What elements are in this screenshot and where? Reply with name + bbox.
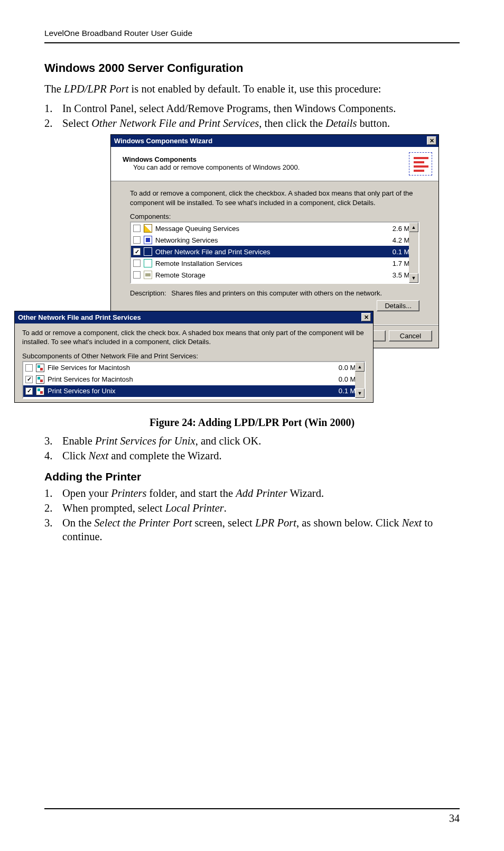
t: , as shown below. Click: [296, 517, 402, 529]
step-text: When prompted, select Local Printer.: [62, 501, 460, 515]
t-it: Next: [402, 517, 422, 529]
intro-post: is not enabled by default. To enable it,…: [128, 83, 381, 95]
file-services-mac-icon: [36, 364, 44, 372]
step-num: 4.: [44, 449, 62, 462]
step-text: In Control Panel, select Add/Remove Prog…: [62, 101, 460, 115]
t: , then click the: [259, 117, 325, 129]
t: and complete the Wizard.: [108, 450, 222, 461]
subcomponent-row[interactable]: Print Services for Macintosh 0.0 MB: [23, 374, 365, 385]
intro-italic: LPD/LPR Port: [64, 83, 128, 95]
t: When prompted, select: [62, 502, 165, 514]
component-row[interactable]: Remote Storage 3.5 MB: [131, 269, 418, 281]
step-text: Enable Print Services for Unix, and clic…: [62, 434, 460, 448]
scroll-up-icon[interactable]: ▲: [409, 223, 418, 232]
subdialog-titlebar: Other Network File and Print Services ✕: [15, 311, 373, 323]
cancel-button[interactable]: Cancel: [389, 330, 432, 341]
intro-pre: The: [44, 83, 64, 95]
page-number: 34: [44, 812, 460, 825]
step-num: 1.: [44, 101, 62, 115]
component-name: Networking Services: [155, 236, 376, 244]
wizard-header-title: Windows Components: [123, 155, 300, 163]
header-rule: [44, 42, 460, 43]
scroll-down-icon[interactable]: ▼: [409, 273, 418, 283]
checkbox[interactable]: [133, 271, 141, 279]
subcomponent-row-selected[interactable]: Print Services for Unix 0.1 MB: [23, 385, 365, 397]
subcomponents-listbox[interactable]: File Services for Macintosh 0.0 MB Print…: [22, 361, 366, 399]
checkbox[interactable]: [25, 364, 33, 372]
section-title-adding-printer: Adding the Printer: [44, 470, 460, 483]
t: folder, and start the: [146, 487, 236, 499]
wizard-titlebar: Windows Components Wizard ✕: [111, 135, 438, 147]
header-guide-title: LevelOne Broadband Router User Guide: [44, 29, 460, 42]
t: On the: [62, 517, 94, 529]
subcomponents-label: Subcomponents of Other Network File and …: [22, 352, 366, 360]
message-queuing-icon: [144, 224, 152, 233]
component-row[interactable]: Remote Installation Services 1.7 MB: [131, 257, 418, 269]
page-footer: 34: [44, 808, 460, 825]
component-name: Other Network File and Print Services: [155, 248, 376, 256]
steps-list-1: 1. In Control Panel, select Add/Remove P…: [44, 101, 460, 130]
subdialog-body: To add or remove a component, click the …: [15, 323, 373, 402]
subcomponent-name: Print Services for Unix: [48, 387, 322, 395]
components-label: Components:: [130, 212, 419, 220]
close-icon[interactable]: ✕: [361, 313, 371, 321]
components-listbox[interactable]: Message Queuing Services 2.6 MB Networki…: [130, 221, 419, 284]
scrollbar[interactable]: ▲ ▼: [355, 362, 365, 398]
checkbox[interactable]: [133, 260, 141, 267]
description-row: Description: Shares files and printers o…: [130, 289, 419, 297]
t: Wizard.: [287, 487, 324, 499]
wizard-title: Windows Components Wizard: [114, 137, 212, 145]
t: screen, select: [192, 517, 255, 529]
print-services-mac-icon: [36, 375, 44, 384]
other-network-services-icon: [144, 247, 152, 256]
step-p1: 1. Open your Printers folder, and start …: [44, 486, 460, 500]
steps-list-2: 1. Open your Printers folder, and start …: [44, 486, 460, 544]
component-row-selected[interactable]: Other Network File and Print Services 0.…: [131, 246, 418, 257]
step-text: Open your Printers folder, and start the…: [62, 486, 460, 500]
other-network-services-dialog: Other Network File and Print Services ✕ …: [14, 311, 374, 403]
subcomponent-name: Print Services for Macintosh: [48, 375, 322, 383]
component-row[interactable]: Networking Services 4.2 MB: [131, 234, 418, 246]
checkbox-checked[interactable]: [25, 376, 33, 383]
step-2: 2. Select Other Network File and Print S…: [44, 116, 460, 130]
networking-services-icon: [144, 236, 152, 244]
print-services-unix-icon: [36, 387, 44, 395]
wizard-body: To add or remove a component, click the …: [111, 181, 438, 325]
subdialog-title: Other Network File and Print Services: [18, 313, 141, 321]
close-icon[interactable]: ✕: [427, 136, 436, 145]
scroll-down-icon[interactable]: ▼: [355, 388, 365, 398]
remote-storage-icon: [144, 271, 152, 279]
checkbox-checked[interactable]: [133, 248, 141, 255]
scrollbar[interactable]: ▲ ▼: [409, 223, 418, 283]
details-button[interactable]: Details...: [377, 300, 419, 311]
wizard-header: Windows Components You can add or remove…: [111, 147, 438, 181]
t-it: Add Printer: [236, 487, 287, 499]
step-3: 3. Enable Print Services for Unix, and c…: [44, 434, 460, 448]
footer-rule: [44, 808, 460, 809]
wizard-banner-icon: [409, 152, 432, 175]
step-num: 3.: [44, 516, 62, 543]
checkbox-checked[interactable]: [25, 387, 33, 395]
checkbox[interactable]: [133, 225, 141, 232]
checkbox[interactable]: [133, 236, 141, 244]
figure-caption: Figure 24: Adding LPD/LPR Port (Win 2000…: [44, 417, 460, 429]
subcomponent-row[interactable]: File Services for Macintosh 0.0 MB: [23, 362, 365, 374]
t: Open your: [62, 487, 111, 499]
component-name: Message Queuing Services: [155, 225, 376, 233]
component-name: Remote Installation Services: [155, 260, 376, 267]
component-row[interactable]: Message Queuing Services 2.6 MB: [131, 223, 418, 234]
t-it: Other Network File and Print Services: [91, 117, 259, 129]
step-1: 1. In Control Panel, select Add/Remove P…: [44, 101, 460, 115]
t-it: LPR Port: [255, 517, 296, 529]
t: Select: [62, 117, 91, 129]
step-text: On the Select the Printer Port screen, s…: [62, 516, 460, 543]
component-name: Remote Storage: [155, 271, 376, 279]
t-it: Details: [325, 117, 357, 129]
remote-installation-icon: [144, 259, 152, 267]
step-4: 4. Click Next and complete the Wizard.: [44, 449, 460, 462]
t-it: Print Services for Unix: [95, 435, 195, 447]
wizard-intro-text: To add or remove a component, click the …: [130, 189, 419, 207]
section-title-win2000: Windows 2000 Server Configuration: [44, 61, 460, 75]
scroll-up-icon[interactable]: ▲: [355, 362, 365, 372]
description-label: Description:: [130, 289, 166, 297]
